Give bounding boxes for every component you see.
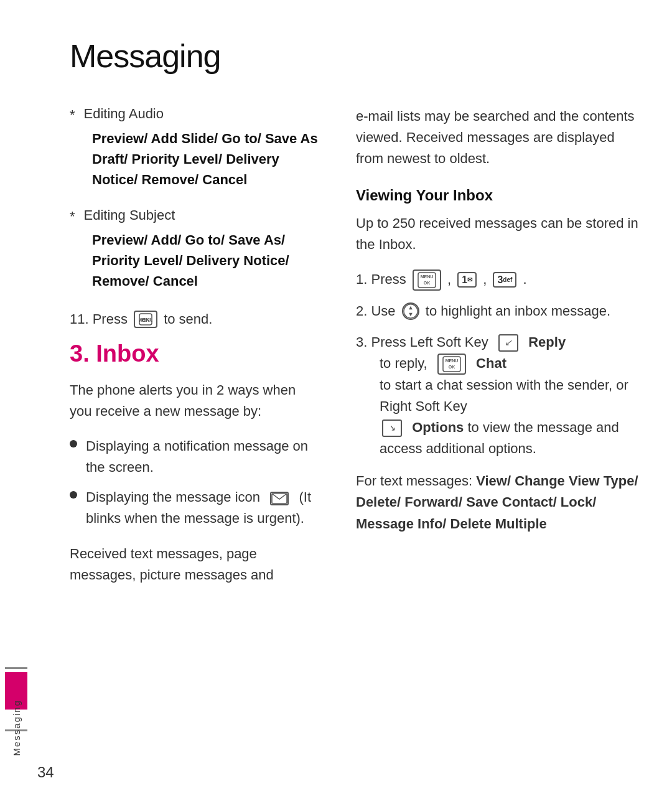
step-11: 11. Press MENU OK to send.: [70, 309, 319, 329]
step-1-comma: ,: [444, 269, 455, 290]
svg-text:MENU: MENU: [421, 274, 434, 279]
right-soft-key-icon: ↘: [382, 419, 402, 437]
asterisk-audio: *: [70, 107, 75, 123]
svg-text:OK: OK: [449, 365, 455, 369]
svg-text:OK: OK: [424, 281, 431, 285]
editing-subject-label: Editing Subject: [84, 207, 175, 223]
sidebar-bar-top: [5, 667, 27, 669]
svg-text:MENU: MENU: [446, 358, 459, 363]
editing-audio-bold: Preview/ Add Slide/ Go to/ Save As Draft…: [92, 128, 319, 190]
editing-subject-row: * Editing Subject: [70, 207, 319, 225]
editing-audio-label: Editing Audio: [84, 106, 164, 122]
bullet-item-1: Displaying a notification message on the…: [70, 436, 319, 478]
right-column: e-mail lists may be searched and the con…: [343, 106, 641, 769]
bullet-text-1: Displaying a notification message on the…: [86, 436, 319, 478]
bullet-item-2: Displaying the message icon (It blinks w…: [70, 487, 319, 529]
nav-icon: [402, 302, 419, 320]
page-title: Messaging: [32, 37, 672, 75]
step-1: 1. Press MENU OK , 1✉ , 3def: [356, 269, 641, 290]
page-container: Messaging Messaging * Editing Audio Prev…: [0, 0, 672, 806]
bullet-dot-1: [70, 440, 77, 448]
asterisk-subject: *: [70, 209, 75, 225]
viewing-inbox-heading: Viewing Your Inbox: [356, 187, 641, 204]
left-column: * Editing Audio Preview/ Add Slide/ Go t…: [70, 106, 343, 769]
key-1-icon: 1✉: [457, 272, 477, 288]
svg-marker-8: [409, 306, 413, 309]
step-3-line1: 3. Press Left Soft Key ↙ Reply: [356, 332, 641, 353]
editing-subject-bold: Preview/ Add/ Go to/ Save As/ Priority L…: [92, 230, 319, 291]
bullet-list: Displaying a notification message on the…: [70, 436, 319, 529]
right-intro: e-mail lists may be searched and the con…: [356, 106, 641, 169]
step-3-sub1: to reply, MENU OK Chat: [356, 353, 641, 375]
received-text: Received text messages, page messages, p…: [70, 543, 319, 586]
bullet-dot-2: [70, 491, 77, 499]
step-1-comma2: ,: [479, 269, 490, 290]
sidebar-label: Messaging: [11, 700, 22, 756]
step-1-number: 1. Press: [356, 269, 410, 290]
svg-text:OK: OK: [141, 317, 150, 323]
bottom-text: For text messages: View/ Change View Typ…: [356, 471, 641, 534]
step-3: 3. Press Left Soft Key ↙ Reply to reply,…: [356, 332, 641, 460]
page-number: 34: [37, 764, 54, 781]
envelope-icon: [270, 492, 289, 505]
sidebar: Messaging: [0, 0, 32, 806]
step-3-sub2: to start a chat session with the sender,…: [356, 375, 641, 417]
content-body: * Editing Audio Preview/ Add Slide/ Go t…: [32, 106, 672, 769]
viewing-inbox-text: Up to 250 received messages can be store…: [356, 213, 641, 255]
step-2-suffix: to highlight an inbox message.: [422, 301, 610, 322]
menu-ok-icon-r1: MENU OK: [413, 269, 441, 291]
key-3-icon: 3def: [493, 272, 516, 288]
inbox-intro: The phone alerts you in 2 ways when you …: [70, 380, 319, 422]
editing-subject-section: * Editing Subject Preview/ Add/ Go to/ S…: [70, 207, 319, 291]
inbox-heading: 3. Inbox: [70, 340, 319, 367]
step-2-number: 2. Use: [356, 301, 399, 322]
svg-marker-9: [409, 312, 413, 316]
step-1-period: .: [519, 269, 526, 290]
menu-ok-icon: MENU OK: [134, 311, 157, 328]
step-2: 2. Use to highlight an inbox message.: [356, 301, 641, 322]
left-soft-key-icon: ↙: [498, 334, 518, 352]
step-3-sub3: ↘ Options to view the message and access…: [356, 417, 641, 459]
menu-ok-icon-r2: MENU OK: [437, 354, 466, 375]
editing-audio-row: * Editing Audio: [70, 106, 319, 123]
editing-audio-section: * Editing Audio Preview/ Add Slide/ Go t…: [70, 106, 319, 190]
bullet-text-2: Displaying the message icon (It blinks w…: [86, 487, 319, 529]
main-content: Messaging * Editing Audio Preview/ Add S…: [32, 0, 672, 806]
step-11-text: 11. Press: [70, 309, 131, 329]
step-11-suffix: to send.: [160, 309, 212, 329]
